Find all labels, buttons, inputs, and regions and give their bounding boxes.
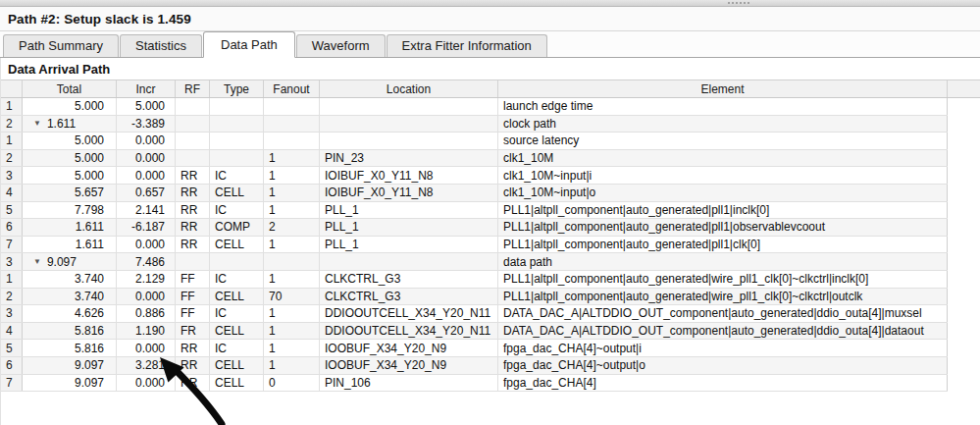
rf-cell: [176, 253, 210, 270]
type-cell: IC: [210, 202, 264, 219]
table-row[interactable]: 4 ▼5.816 1.190 FR CELL 1 DDIOOUTCELL_X34…: [1, 323, 948, 341]
table-row[interactable]: 3 ▼4.626 0.886 FF IC 1 DDIOOUTCELL_X34_Y…: [1, 305, 948, 323]
collapse-triangle-icon[interactable]: ▼: [33, 120, 41, 128]
type-cell: CELL: [210, 185, 264, 201]
total-cell: ▼5.000: [23, 167, 117, 184]
location-cell: PIN_106: [320, 375, 498, 392]
column-header-incr[interactable]: Incr: [117, 80, 176, 97]
column-header-element[interactable]: Element: [498, 80, 948, 97]
row-number-cell: 2: [1, 289, 23, 305]
table-row[interactable]: 5 ▼7.798 2.141 RR IC 1 PLL_1 PLL1|altpll…: [1, 202, 948, 220]
row-number-cell: 2: [1, 150, 23, 167]
location-cell: PIN_23: [320, 150, 498, 167]
rf-cell: FF: [176, 305, 210, 322]
splitter-grip-icon: [728, 2, 749, 4]
incr-cell: 0.000: [117, 237, 176, 253]
total-cell: ▼9.097: [23, 253, 117, 270]
type-cell: IC: [210, 167, 264, 184]
table-row[interactable]: 7 ▼9.097 0.000 RR CELL 0 PIN_106 fpga_da…: [1, 375, 948, 393]
fanout-cell: [264, 253, 320, 270]
timing-report-panel: Path #2: Setup slack is 1.459 Path Summa…: [0, 0, 980, 425]
column-header-fanout[interactable]: Fanout: [264, 80, 320, 97]
table-row[interactable]: 2 ▼5.000 0.000 1 PIN_23 clk1_10M: [1, 150, 948, 168]
element-cell: clock path: [498, 116, 948, 133]
rf-cell: [176, 98, 210, 115]
rf-cell: FF: [176, 289, 210, 305]
table-row[interactable]: 3 ▼9.097 7.486 data path: [1, 253, 948, 271]
total-cell: ▼5.000: [23, 98, 117, 115]
total-cell: ▼7.798: [23, 202, 117, 219]
table-row[interactable]: 1 ▼3.740 2.129 FF IC 1 CLKCTRL_G3 PLL1|a…: [1, 271, 948, 289]
incr-cell: 3.281: [117, 357, 176, 374]
total-cell: ▼3.740: [23, 289, 117, 305]
path-title: Path #2: Setup slack is 1.459: [8, 12, 191, 27]
table-row[interactable]: 6 ▼9.097 3.281 RR CELL 1 IOOBUF_X34_Y20_…: [1, 357, 948, 375]
tab-extra-fitter-information[interactable]: Extra Fitter Information: [387, 34, 547, 57]
column-header-type[interactable]: Type: [210, 80, 264, 97]
total-cell: ▼5.816: [23, 323, 117, 340]
tab-bar: Path Summary Statistics Data Path Wavefo…: [0, 31, 980, 58]
table-row[interactable]: 3 ▼5.000 0.000 RR IC 1 IOIBUF_X0_Y11_N8 …: [1, 167, 948, 185]
element-cell: source latency: [498, 133, 948, 149]
rf-cell: RR: [176, 375, 210, 392]
table-row[interactable]: 1 ▼5.000 0.000 source latency: [1, 133, 948, 150]
location-cell: PLL_1: [320, 202, 498, 219]
location-cell: IOOBUF_X34_Y20_N9: [320, 340, 498, 356]
row-number-cell: 7: [1, 237, 23, 253]
total-cell: ▼5.657: [23, 185, 117, 201]
rf-cell: RR: [176, 237, 210, 253]
incr-cell: 1.190: [117, 323, 176, 340]
total-cell: ▼1.611: [23, 237, 117, 253]
column-header-total[interactable]: Total: [23, 80, 117, 97]
element-cell: PLL1|altpll_component|auto_generated|wir…: [498, 289, 948, 305]
row-number-cell: 5: [1, 340, 23, 356]
incr-cell: 5.000: [117, 98, 176, 115]
data-path-panel: Data Arrival Path Total Incr RF Type Fan…: [0, 58, 980, 425]
location-cell: CLKCTRL_G3: [320, 289, 498, 305]
column-header-rownum[interactable]: [1, 80, 23, 97]
row-number-cell: 6: [1, 357, 23, 374]
row-number-cell: 1: [1, 271, 23, 288]
fanout-cell: [264, 133, 320, 149]
table-row[interactable]: 2 ▼3.740 0.000 FF CELL 70 CLKCTRL_G3 PLL…: [1, 289, 948, 306]
table-row[interactable]: 7 ▼1.611 0.000 RR CELL 1 PLL_1 PLL1|altp…: [1, 237, 948, 254]
fanout-cell: 0: [264, 375, 320, 392]
pane-splitter[interactable]: [0, 0, 980, 7]
column-header-filler: [948, 80, 980, 97]
location-cell: DDIOOUTCELL_X34_Y20_N11: [320, 323, 498, 340]
location-cell: IOIBUF_X0_Y11_N8: [320, 185, 498, 201]
incr-cell: -3.389: [117, 116, 176, 133]
table-row[interactable]: 5 ▼5.816 0.000 RR IC 1 IOOBUF_X34_Y20_N9…: [1, 340, 948, 357]
row-number-cell: 3: [1, 253, 23, 270]
type-cell: [210, 133, 264, 149]
type-cell: CELL: [210, 375, 264, 392]
row-number-cell: 3: [1, 167, 23, 184]
type-cell: CELL: [210, 237, 264, 253]
tab-statistics[interactable]: Statistics: [120, 34, 202, 57]
location-cell: [320, 253, 498, 270]
row-number-cell: 6: [1, 219, 23, 236]
tab-waveform[interactable]: Waveform: [296, 34, 386, 57]
table-row[interactable]: 6 ▼1.611 -6.187 RR COMP 2 PLL_1 PLL1|alt…: [1, 219, 948, 237]
fanout-cell: 1: [264, 237, 320, 253]
location-cell: CLKCTRL_G3: [320, 271, 498, 288]
collapse-triangle-icon[interactable]: ▼: [33, 258, 41, 266]
table-row[interactable]: 2 ▼1.611 -3.389 clock path: [1, 116, 948, 133]
fanout-cell: 1: [264, 357, 320, 374]
element-cell: PLL1|altpll_component|auto_generated|pll…: [498, 237, 948, 253]
row-number-cell: 4: [1, 185, 23, 201]
table-row[interactable]: 4 ▼5.657 0.657 RR CELL 1 IOIBUF_X0_Y11_N…: [1, 185, 948, 202]
tab-path-summary[interactable]: Path Summary: [3, 34, 119, 57]
location-cell: PLL_1: [320, 237, 498, 253]
location-cell: [320, 98, 498, 115]
element-cell: PLL1|altpll_component|auto_generated|wir…: [498, 271, 948, 288]
tab-data-path[interactable]: Data Path: [203, 31, 295, 58]
rf-cell: RR: [176, 219, 210, 236]
column-header-rf[interactable]: RF: [176, 80, 210, 97]
element-cell: DATA_DAC_A|ALTDDIO_OUT_component|auto_ge…: [498, 305, 948, 322]
row-number-cell: 1: [1, 98, 23, 115]
table-row[interactable]: 1 ▼5.000 5.000 launch edge time: [1, 98, 948, 116]
type-cell: [210, 98, 264, 115]
type-cell: CELL: [210, 357, 264, 374]
column-header-location[interactable]: Location: [320, 80, 498, 97]
